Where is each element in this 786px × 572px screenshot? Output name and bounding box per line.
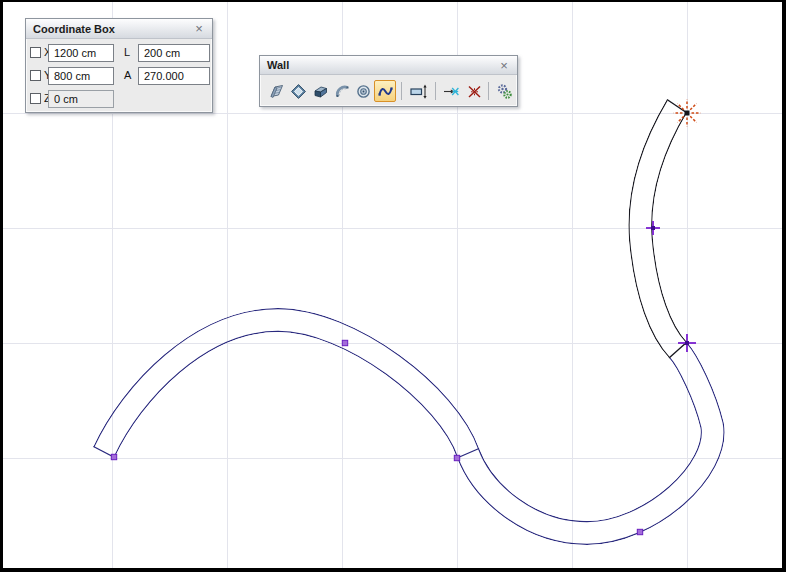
wall-corner-icon	[312, 83, 329, 100]
wall-toolbar-title: Wall	[267, 59, 289, 71]
settings-gears-button[interactable]	[493, 80, 515, 102]
wall-reference-line-icon	[409, 83, 429, 100]
selection-handle-square[interactable]	[454, 455, 459, 460]
y-axis-checkbox[interactable]	[30, 70, 41, 81]
coordinate-row-z: Z	[26, 90, 212, 112]
snap-cursor-star	[674, 100, 701, 127]
selection-handle-square[interactable]	[637, 529, 642, 534]
wall-corner-button[interactable]	[309, 80, 331, 102]
coordinate-box-palette: Coordinate Box × X L Y A Z	[25, 18, 213, 113]
selection-handle-square[interactable]	[111, 454, 116, 459]
angle-label: A	[124, 69, 131, 81]
toolbar-separator	[488, 82, 489, 100]
coordinate-row-x: X L	[26, 44, 212, 66]
x-coordinate-field[interactable]	[48, 44, 114, 62]
snap-point-red-icon	[466, 83, 483, 100]
length-field[interactable]	[138, 44, 210, 62]
wall-toolbar-titlebar[interactable]: Wall ×	[260, 56, 517, 75]
selection-markers-layer	[111, 100, 700, 535]
spline-wall-outline[interactable]	[94, 100, 713, 534]
wall-reference-line-button[interactable]	[406, 80, 431, 102]
selection-handle-square[interactable]	[342, 340, 347, 345]
settings-gears-icon	[496, 83, 513, 100]
snap-point-red-button[interactable]	[463, 80, 485, 102]
wall-segment-selected[interactable]	[104, 320, 713, 533]
z-axis-checkbox[interactable]	[30, 93, 41, 104]
coordinate-box-titlebar[interactable]: Coordinate Box ×	[26, 19, 212, 39]
wall-arc-button[interactable]	[331, 80, 353, 102]
wall-rectangle-button[interactable]	[287, 80, 309, 102]
length-label: L	[124, 46, 130, 58]
toolbar-separator	[401, 82, 402, 100]
x-axis-checkbox[interactable]	[30, 47, 41, 58]
wall-circle-button[interactable]	[352, 80, 374, 102]
app-window: Coordinate Box × X L Y A Z Wall ×	[0, 0, 786, 572]
angle-field[interactable]	[138, 67, 210, 85]
coordinate-row-y: Y A	[26, 67, 212, 89]
wall-single-icon	[268, 83, 285, 100]
snap-point-blue-button[interactable]	[440, 80, 462, 102]
wall-spline-button[interactable]	[374, 80, 396, 102]
wall-single-button[interactable]	[265, 80, 287, 102]
wall-rectangle-icon	[290, 83, 307, 100]
z-coordinate-field[interactable]	[48, 90, 114, 108]
snap-point-blue-icon	[443, 83, 460, 100]
coordinate-box-title: Coordinate Box	[33, 23, 115, 35]
wall-toolbar-buttons	[260, 79, 517, 105]
wall-arc-icon	[334, 83, 351, 100]
wall-circle-icon	[355, 83, 372, 100]
wall-spline-icon	[377, 83, 394, 100]
close-icon[interactable]: ×	[497, 56, 511, 75]
toolbar-separator	[435, 82, 436, 100]
y-coordinate-field[interactable]	[48, 67, 114, 85]
wall-toolbar-palette: Wall ×	[259, 55, 518, 107]
close-icon[interactable]: ×	[192, 19, 206, 39]
